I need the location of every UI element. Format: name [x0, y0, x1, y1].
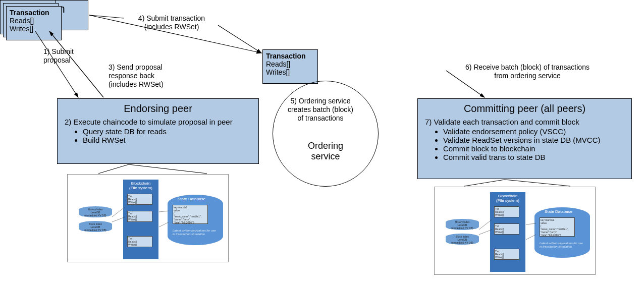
tx-reads: Reads[]	[266, 60, 314, 68]
label-3: 3) Send proposal response back (includes…	[109, 63, 184, 89]
committing-b2: Validate ReadSet versions in state DB (M…	[443, 136, 624, 144]
db-note-right: Latest written key/values for use in tra…	[540, 242, 587, 249]
block-index-left: Block Index LevelDB (embedded KV DB)	[79, 221, 112, 232]
tx-stack-front: Transaction Reads[] Writes[]	[6, 6, 62, 40]
label-4: 4) Submit transaction (includes RWSet)	[126, 14, 217, 31]
txn-mini-l3: Txn Reads[] Writes[]	[127, 236, 152, 247]
history-index-right: History Index LevelDB (embedded KV DB)	[446, 219, 479, 230]
kv-sample-right: key:marble1 value: { "asset_name":"marbl…	[540, 217, 575, 237]
ordering-title: Ordering service	[273, 141, 378, 162]
committing-b3: Commit block to blockchain	[443, 144, 624, 153]
endorsing-title: Endorsing peer	[65, 103, 251, 115]
state-db-title-left: State Database	[178, 197, 205, 201]
svg-line-3	[218, 25, 261, 53]
db-note-left: Latest written key/values for use in tra…	[173, 229, 221, 236]
committing-peer-box: Committing peer (all peers) 7) Validate …	[417, 98, 632, 179]
txn-mini-l1: Txn Reads[] Writes[]	[127, 194, 152, 205]
committing-b1: Validate endorsement policy (VSCC)	[443, 127, 624, 136]
endorsing-b2: Build RWSet	[83, 136, 251, 144]
committing-b4: Commit valid trans to state DB	[443, 153, 624, 161]
committing-step: 7) Validate each transaction and commit …	[425, 118, 624, 126]
peer-internals-left: Blockchain (File system) Txn Reads[] Wri…	[67, 174, 229, 262]
label-6: 6) Receive batch (block) of transactions…	[457, 63, 598, 80]
svg-line-8	[98, 164, 129, 174]
transaction-box-single: Transaction Reads[] Writes[]	[262, 49, 318, 84]
txn-mini-r3: Txn Reads[] Writes[]	[494, 249, 519, 260]
svg-line-10	[464, 180, 505, 186]
tx-title-2: Transaction	[10, 9, 58, 17]
history-index-left: History Index LevelDB (embedded KV DB)	[79, 206, 112, 217]
peer-internals-right: Blockchain (File system) Txn Reads[] Wri…	[434, 187, 596, 275]
kv-sample-left: key:marble1 value: { "asset_name":"marbl…	[173, 205, 208, 224]
tx-title: Transaction	[266, 52, 314, 60]
txn-mini-r2: Txn Reads[] Writes[]	[494, 223, 519, 235]
svg-line-11	[505, 180, 570, 186]
tx-reads-2: Reads[]	[10, 17, 58, 25]
committing-title: Committing peer (all peers)	[425, 103, 624, 115]
block-index-right: Block Index LevelDB (embedded KV DB)	[446, 234, 479, 245]
svg-line-9	[129, 164, 207, 174]
tx-writes: Writes[]	[266, 68, 314, 76]
label-5: 5) Ordering service creates batch (block…	[284, 97, 357, 123]
endorsing-peer-box: Endorsing peer 2) Execute chaincode to s…	[57, 98, 259, 164]
txn-mini-l2: Txn Reads[] Writes[]	[127, 211, 152, 222]
tx-writes-2: Writes[]	[10, 25, 58, 33]
state-db-title-right: State Database	[545, 209, 572, 214]
label-1: 1) Submit proposal	[43, 47, 84, 65]
svg-line-2	[89, 15, 124, 18]
endorsing-step: 2) Execute chaincode to simulate proposa…	[65, 118, 251, 126]
endorsing-b1: Query state DB for reads	[83, 127, 251, 136]
txn-mini-r1: Txn Reads[] Writes[]	[494, 206, 519, 217]
